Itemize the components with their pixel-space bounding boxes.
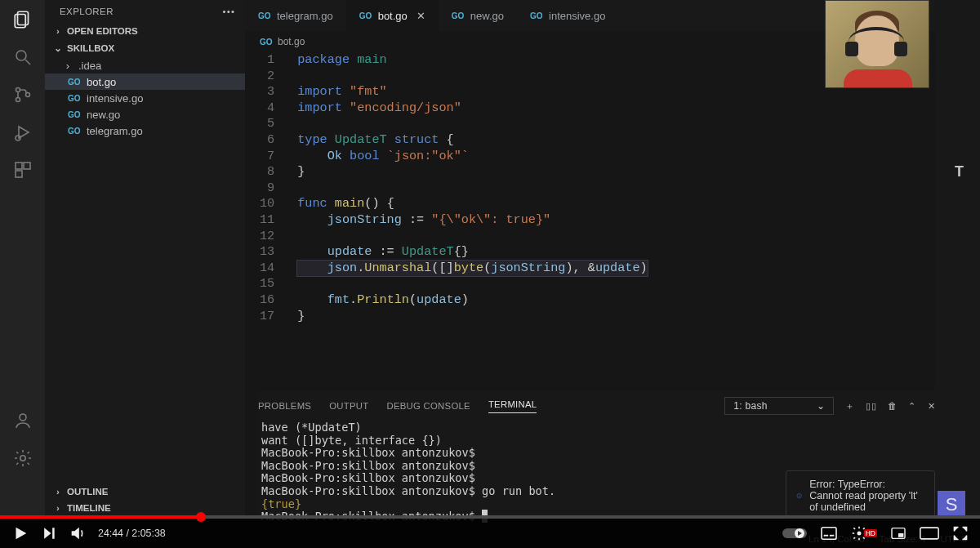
settings-button[interactable]: HD: [851, 525, 877, 541]
fullscreen-button[interactable]: [952, 525, 969, 541]
account-icon[interactable]: [11, 409, 34, 432]
folder-idea[interactable]: ›.idea: [45, 57, 245, 74]
open-editors-section[interactable]: ›OPEN EDITORS: [45, 23, 245, 39]
extension-badge[interactable]: S: [938, 491, 965, 519]
tab-intensive[interactable]: GOintensive.go: [517, 0, 618, 31]
panel-tab-debug[interactable]: DEBUG CONSOLE: [386, 401, 470, 411]
svg-rect-10: [16, 171, 22, 177]
play-button[interactable]: [11, 524, 29, 542]
go-file-icon: GO: [452, 11, 465, 20]
file-bot-go[interactable]: GObot.go: [45, 74, 245, 90]
go-file-icon: GO: [68, 94, 81, 103]
video-progress[interactable]: [0, 515, 980, 519]
tab-telegram[interactable]: GOtelegram.go: [245, 0, 346, 31]
search-icon[interactable]: [11, 46, 34, 69]
svg-point-12: [20, 456, 24, 461]
close-icon[interactable]: ✕: [416, 10, 425, 22]
error-toast[interactable]: Error: TypeError: Cannot read property '…: [786, 470, 935, 521]
go-file-icon: GO: [68, 110, 81, 119]
svg-rect-18: [822, 527, 836, 538]
panel-close-icon[interactable]: ✕: [928, 401, 935, 412]
svg-point-5: [16, 98, 20, 102]
outline-section[interactable]: ›OUTLINE: [45, 483, 245, 500]
panel-tab-terminal[interactable]: TERMINAL: [488, 399, 537, 413]
file-intensive-go[interactable]: GOintensive.go: [45, 90, 245, 106]
svg-rect-24: [920, 528, 938, 539]
line-gutter: 1234567891011121314151617: [255, 52, 297, 324]
go-file-icon: GO: [68, 78, 81, 87]
svg-rect-8: [16, 163, 22, 169]
explorer-title: EXPLORER: [60, 7, 114, 16]
file-new-go[interactable]: GOnew.go: [45, 106, 245, 123]
next-button[interactable]: [41, 525, 57, 541]
svg-point-6: [25, 93, 29, 97]
svg-line-3: [25, 60, 30, 65]
volume-button[interactable]: [69, 524, 87, 542]
new-terminal-icon[interactable]: ＋: [845, 400, 854, 412]
trash-icon[interactable]: 🗑: [888, 401, 897, 411]
subtitles-button[interactable]: [820, 526, 838, 541]
go-file-icon: GO: [68, 127, 81, 136]
chevron-down-icon: ⌄: [817, 400, 825, 412]
code-editor[interactable]: package main import "fmt" import "encodi…: [297, 52, 647, 324]
source-control-icon[interactable]: [11, 83, 34, 106]
more-icon[interactable]: [223, 7, 234, 16]
explorer-icon[interactable]: [11, 8, 34, 31]
project-section[interactable]: ⌄SKILLBOX: [45, 39, 245, 57]
tab-new[interactable]: GOnew.go: [439, 0, 517, 31]
go-file-icon: GO: [260, 38, 273, 47]
bottom-panel: PROBLEMS OUTPUT DEBUG CONSOLE TERMINAL 1…: [258, 390, 935, 529]
terminal-shell-select[interactable]: 1: bash⌄: [724, 397, 834, 415]
extensions-icon[interactable]: [11, 158, 34, 181]
go-file-icon: GO: [530, 11, 543, 20]
timeline-section[interactable]: ›TIMELINE: [45, 500, 245, 516]
chevron-up-icon[interactable]: ⌃: [908, 401, 915, 412]
video-time: 24:44 / 2:05:38: [98, 528, 166, 539]
split-terminal-icon[interactable]: ▯▯: [866, 401, 876, 412]
run-debug-icon[interactable]: [11, 121, 34, 144]
svg-rect-9: [24, 163, 30, 169]
presenter-webcam: [825, 0, 929, 88]
go-file-icon: GO: [359, 11, 372, 20]
video-player-controls: 24:44 / 2:05:38 HD: [0, 518, 980, 548]
file-telegram-go[interactable]: GOtelegram.go: [45, 123, 245, 139]
tab-bot[interactable]: GObot.go✕: [346, 0, 439, 31]
svg-point-21: [857, 531, 861, 535]
panel-tab-problems[interactable]: PROBLEMS: [258, 401, 311, 411]
minimap-mark: T: [955, 163, 964, 180]
svg-rect-20: [830, 534, 834, 536]
theater-button[interactable]: [920, 527, 939, 540]
settings-gear-icon[interactable]: [11, 447, 34, 470]
activity-bar: [0, 0, 45, 523]
explorer-sidebar: EXPLORER ›OPEN EDITORS ⌄SKILLBOX ›.idea …: [45, 0, 245, 523]
autoplay-toggle[interactable]: [782, 527, 807, 540]
svg-rect-19: [823, 534, 827, 536]
svg-point-4: [16, 88, 20, 92]
miniplayer-button[interactable]: [890, 527, 906, 540]
svg-rect-23: [898, 533, 903, 537]
panel-tab-output[interactable]: OUTPUT: [329, 401, 368, 411]
go-file-icon: GO: [258, 11, 271, 20]
svg-point-2: [16, 51, 26, 60]
svg-point-11: [20, 414, 26, 421]
